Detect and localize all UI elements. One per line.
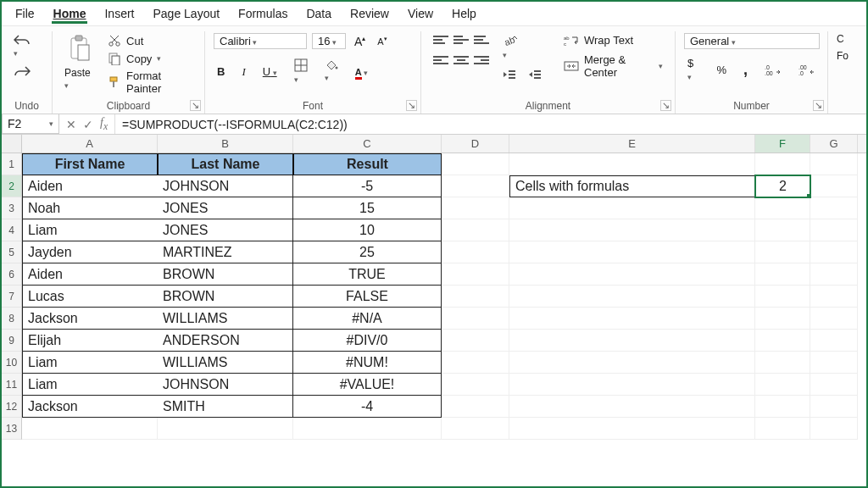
cell-F4[interactable] (755, 219, 810, 241)
cell-C4[interactable]: 10 (293, 219, 442, 241)
cell-B11[interactable]: JOHNSON (158, 374, 293, 396)
align-middle-button[interactable] (450, 33, 467, 47)
cell-C9[interactable]: #DIV/0 (293, 330, 442, 352)
cell-E5[interactable] (509, 241, 755, 263)
cell-E13[interactable] (509, 418, 755, 440)
cell-A10[interactable]: Liam (22, 352, 158, 374)
cell-C7[interactable]: FALSE (293, 286, 442, 308)
cell-E4[interactable] (509, 219, 755, 241)
cell-A12[interactable]: Jackson (22, 396, 158, 418)
percent-button[interactable]: % (713, 63, 730, 77)
increase-font-button[interactable]: A▴ (351, 34, 369, 49)
borders-button[interactable] (291, 58, 311, 86)
cell-C8[interactable]: #N/A (293, 308, 442, 330)
cell-G6[interactable] (810, 263, 858, 286)
cell-F5[interactable] (755, 241, 810, 263)
cell-B6[interactable]: BROWN (158, 263, 293, 286)
cell-D5[interactable] (442, 241, 509, 263)
alignment-dialog-launcher[interactable]: ↘ (660, 100, 671, 111)
cell-C2[interactable]: -5 (293, 175, 442, 197)
clipboard-dialog-launcher[interactable]: ↘ (190, 100, 201, 111)
cell-E12[interactable] (509, 396, 755, 418)
cell-D7[interactable] (442, 286, 509, 308)
col-header-A[interactable]: A (22, 135, 158, 152)
cell-G10[interactable] (810, 352, 858, 374)
cell-G9[interactable] (810, 330, 858, 352)
cell-E9[interactable] (509, 330, 755, 352)
format-painter-button[interactable]: Format Painter (104, 69, 196, 96)
menu-page-layout[interactable]: Page Layout (151, 5, 221, 24)
copy-button[interactable]: Copy (104, 51, 196, 66)
row-header-9[interactable]: 9 (2, 330, 22, 352)
cell-G12[interactable] (810, 396, 858, 418)
col-header-G[interactable]: G (810, 135, 858, 152)
cell-D2[interactable] (442, 175, 509, 197)
font-name-select[interactable]: Calibri (214, 33, 307, 49)
cell-D3[interactable] (442, 197, 509, 219)
row-header-12[interactable]: 12 (2, 396, 22, 418)
italic-button[interactable]: I (238, 64, 248, 80)
menu-view[interactable]: View (406, 5, 435, 24)
align-left-button[interactable] (430, 53, 447, 67)
fx-icon[interactable]: fx (100, 116, 108, 132)
cell-E10[interactable] (509, 352, 755, 374)
cell-G7[interactable] (810, 286, 858, 308)
cell-F7[interactable] (755, 286, 810, 308)
underline-button[interactable]: U (259, 64, 281, 79)
align-bottom-button[interactable] (470, 33, 487, 47)
cell-E8[interactable] (509, 308, 755, 330)
cell-A6[interactable]: Aiden (22, 263, 158, 286)
row-header-11[interactable]: 11 (2, 374, 22, 396)
row-header-3[interactable]: 3 (2, 197, 22, 219)
cell-C13[interactable] (293, 418, 442, 440)
cond-format-partial[interactable]: C (837, 33, 844, 45)
number-dialog-launcher[interactable]: ↘ (813, 100, 824, 111)
cell-C10[interactable]: #NUM! (293, 352, 442, 374)
cell-C12[interactable]: -4 (293, 396, 442, 418)
cell-B7[interactable]: BROWN (158, 286, 293, 308)
row-header-10[interactable]: 10 (2, 352, 22, 374)
font-color-button[interactable]: A (352, 64, 371, 79)
cell-B12[interactable]: SMITH (158, 396, 293, 418)
number-format-select[interactable]: General (684, 33, 820, 49)
redo-button[interactable] (10, 64, 34, 78)
row-header-1[interactable]: 1 (2, 153, 22, 175)
row-header-7[interactable]: 7 (2, 286, 22, 308)
cell-D1[interactable] (442, 153, 509, 175)
menu-insert[interactable]: Insert (103, 5, 136, 24)
cell-F10[interactable] (755, 352, 810, 374)
cell-grid[interactable]: First NameLast NameResultAidenJOHNSON-5C… (22, 153, 866, 440)
col-header-F[interactable]: F (755, 135, 810, 152)
cell-A4[interactable]: Liam (22, 219, 158, 241)
cell-B2[interactable]: JOHNSON (158, 175, 293, 197)
cell-E6[interactable] (509, 263, 755, 286)
cell-D11[interactable] (442, 374, 509, 396)
align-center-button[interactable] (450, 53, 467, 67)
paste-button[interactable]: Paste (61, 66, 97, 92)
decrease-font-button[interactable]: A▾ (374, 35, 390, 47)
cell-G11[interactable] (810, 374, 858, 396)
select-all-corner[interactable] (2, 135, 22, 153)
cell-F3[interactable] (755, 197, 810, 219)
cell-F11[interactable] (755, 374, 810, 396)
row-header-6[interactable]: 6 (2, 263, 22, 286)
currency-button[interactable]: $ (684, 56, 703, 83)
col-header-E[interactable]: E (509, 135, 755, 152)
cell-E2[interactable]: Cells with formulas (509, 175, 755, 197)
cell-G1[interactable] (810, 153, 858, 175)
cell-C6[interactable]: TRUE (293, 263, 442, 286)
cell-C1[interactable]: Result (293, 153, 442, 175)
cell-G3[interactable] (810, 197, 858, 219)
cell-B5[interactable]: MARTINEZ (158, 241, 293, 263)
cell-F1[interactable] (755, 153, 810, 175)
cell-A7[interactable]: Lucas (22, 286, 158, 308)
comma-style-button[interactable]: , (740, 60, 751, 80)
cell-E1[interactable] (509, 153, 755, 175)
cell-B4[interactable]: JONES (158, 219, 293, 241)
cell-C3[interactable]: 15 (293, 197, 442, 219)
font-dialog-launcher[interactable]: ↘ (406, 100, 417, 111)
undo-button[interactable] (10, 33, 34, 59)
menu-help[interactable]: Help (450, 5, 478, 24)
cell-E7[interactable] (509, 286, 755, 308)
font-size-select[interactable]: 16 (312, 33, 346, 49)
